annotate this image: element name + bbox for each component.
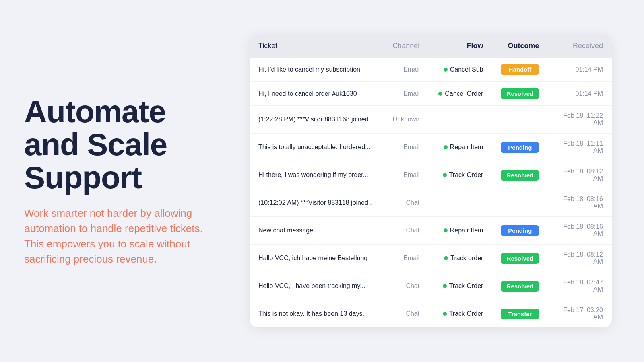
outcome-badge: Resolved (501, 88, 539, 99)
flow-dot-icon (444, 256, 448, 260)
cell-ticket: Hi, I need to cancel order #uk1030 (250, 82, 384, 106)
outcome-badge: Handoff (501, 64, 539, 75)
cell-received: Feb 18, 11:11 AM (548, 134, 612, 161)
right-section: Ticket Channel Flow Outcome Received Hi,… (242, 35, 620, 327)
outcome-badge: Pending (501, 225, 539, 236)
cell-received: Feb 18, 08:16 AM (548, 217, 612, 245)
cell-received: Feb 18, 11:22 AM (548, 106, 612, 134)
table-row[interactable]: Hallo VCC, ich habe meine BestellungEmai… (250, 245, 612, 272)
headline-line3: Support (24, 160, 142, 195)
headline-line2: and Scale (24, 127, 167, 162)
cell-ticket: This is not okay. It has been 13 days... (250, 300, 384, 328)
table-row[interactable]: Hello VCC, I have been tracking my...Cha… (250, 272, 612, 300)
cell-ticket: Hi, I'd like to cancel my subscription. (250, 58, 384, 82)
flow-dot-icon (438, 92, 442, 96)
cell-received: Feb 18, 08:16 AM (548, 189, 612, 217)
left-section: Automate and Scale Support Work smarter … (24, 95, 209, 267)
header-outcome: Outcome (492, 35, 548, 58)
cell-flow: Track Order (428, 161, 492, 189)
cell-flow: Cancel Sub (428, 58, 492, 82)
cell-received: 01:14 PM (548, 82, 612, 106)
cell-ticket: Hello VCC, I have been tracking my... (250, 272, 384, 300)
cell-received: Feb 17, 03:20 AM (548, 300, 612, 328)
header-ticket: Ticket (250, 35, 384, 58)
cell-channel: Chat (384, 217, 428, 245)
cell-outcome: Resolved (492, 161, 548, 189)
flow-dot-icon (443, 312, 447, 316)
cell-outcome (492, 189, 548, 217)
cell-flow: Track order (428, 245, 492, 272)
flow-label: Cancel Sub (450, 66, 483, 73)
cell-channel: Email (384, 134, 428, 161)
cell-channel: Chat (384, 272, 428, 300)
header-channel: Channel (384, 35, 428, 58)
cell-ticket: (10:12:02 AM) ***Visitor 883118 joined.. (250, 189, 384, 217)
outcome-badge: Resolved (501, 170, 539, 181)
cell-ticket: Hi there, I was wondering if my order... (250, 161, 384, 189)
subtext: Work smarter not harder by allowing auto… (24, 206, 209, 267)
cell-channel: Chat (384, 189, 428, 217)
page-container: Automate and Scale Support Work smarter … (0, 0, 644, 362)
cell-channel: Chat (384, 300, 428, 328)
table-row[interactable]: (1:22:28 PM) ***Visitor 8831168 joined..… (250, 106, 612, 134)
outcome-badge: Pending (501, 142, 539, 153)
cell-outcome: Pending (492, 217, 548, 245)
table-row[interactable]: This is not okay. It has been 13 days...… (250, 300, 612, 328)
flow-label: Cancel Order (445, 90, 483, 97)
table-row[interactable]: Hi, I'd like to cancel my subscription.E… (250, 58, 612, 82)
table-row[interactable]: New chat messageChatRepair ItemPendingFe… (250, 217, 612, 245)
cell-flow: Cancel Order (428, 82, 492, 106)
cell-channel: Email (384, 58, 428, 82)
table-row[interactable]: Hi there, I was wondering if my order...… (250, 161, 612, 189)
cell-flow: Track Order (428, 300, 492, 328)
cell-channel: Email (384, 82, 428, 106)
header-received: Received (548, 35, 612, 58)
header-flow: Flow (428, 35, 492, 58)
headline: Automate and Scale Support (24, 95, 209, 194)
cell-received: Feb 18, 08:12 AM (548, 161, 612, 189)
cell-outcome: Resolved (492, 82, 548, 106)
cell-outcome: Handoff (492, 58, 548, 82)
cell-flow (428, 189, 492, 217)
cell-outcome: Transfer (492, 300, 548, 328)
outcome-badge: Transfer (501, 309, 539, 319)
cell-channel: Email (384, 161, 428, 189)
flow-dot-icon (443, 284, 447, 288)
flow-label: Track order (450, 255, 483, 262)
cell-ticket: (1:22:28 PM) ***Visitor 8831168 joined..… (250, 106, 384, 134)
outcome-badge: Resolved (501, 281, 539, 292)
cell-ticket: Hallo VCC, ich habe meine Bestellung (250, 245, 384, 272)
cell-outcome: Pending (492, 134, 548, 161)
cell-outcome: Resolved (492, 245, 548, 272)
table-card: Ticket Channel Flow Outcome Received Hi,… (250, 35, 612, 327)
tickets-table: Ticket Channel Flow Outcome Received Hi,… (250, 35, 612, 327)
table-header-row: Ticket Channel Flow Outcome Received (250, 35, 612, 58)
cell-received: Feb 18, 07:47 AM (548, 272, 612, 300)
cell-outcome (492, 106, 548, 134)
flow-dot-icon (443, 173, 447, 177)
cell-outcome: Resolved (492, 272, 548, 300)
cell-flow (428, 106, 492, 134)
flow-label: Repair Item (450, 227, 483, 234)
cell-received: Feb 18, 08:12 AM (548, 245, 612, 272)
outcome-badge: Resolved (501, 253, 539, 264)
flow-dot-icon (444, 228, 448, 232)
cell-flow: Repair Item (428, 134, 492, 161)
cell-ticket: This is totally unacceptable. I ordered.… (250, 134, 384, 161)
flow-dot-icon (444, 68, 448, 72)
cell-channel: Unknown (384, 106, 428, 134)
cell-received: 01:14 PM (548, 58, 612, 82)
flow-label: Track Order (449, 282, 483, 290)
cell-flow: Repair Item (428, 217, 492, 245)
flow-label: Track Order (449, 310, 483, 317)
table-row[interactable]: (10:12:02 AM) ***Visitor 883118 joined..… (250, 189, 612, 217)
cell-flow: Track Order (428, 272, 492, 300)
table-row[interactable]: Hi, I need to cancel order #uk1030EmailC… (250, 82, 612, 106)
cell-channel: Email (384, 245, 428, 272)
headline-line1: Automate (24, 94, 166, 129)
table-row[interactable]: This is totally unacceptable. I ordered.… (250, 134, 612, 161)
cell-ticket: New chat message (250, 217, 384, 245)
flow-dot-icon (444, 145, 448, 149)
flow-label: Repair Item (450, 144, 483, 151)
flow-label: Track Order (449, 171, 483, 179)
